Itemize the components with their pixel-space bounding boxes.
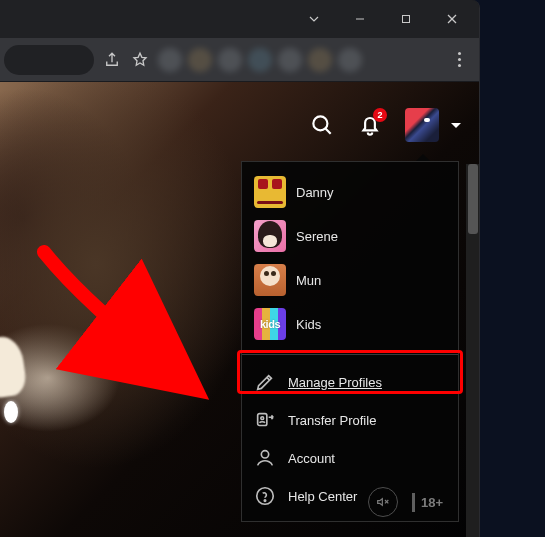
profile-label: Mun [296,273,321,288]
profile-dropdown: Danny Serene Mun kids Kids Manage Profil… [241,161,459,522]
menu-label: Account [288,451,335,466]
notifications-icon[interactable]: 2 [357,112,383,138]
page-content: 2 Danny Serene Mun kids Kids [0,82,479,537]
profile-label: Serene [296,229,338,244]
svg-point-4 [313,116,327,130]
browser-toolbar [0,38,479,82]
dropdown-pointer-icon [416,154,430,161]
profile-item-danny[interactable]: Danny [242,170,458,214]
menu-label: Manage Profiles [288,375,382,390]
minimize-button[interactable] [337,3,383,35]
maximize-button[interactable] [383,3,429,35]
svg-line-5 [325,128,330,133]
close-button[interactable] [429,3,475,35]
profile-label: Kids [296,317,321,332]
avatar-icon [254,264,286,296]
mute-icon[interactable] [368,487,398,517]
svg-rect-1 [403,16,410,23]
account-menu-item[interactable]: Account [242,439,458,477]
avatar-icon [254,176,286,208]
scrollbar[interactable] [466,164,480,537]
profile-item-kids[interactable]: kids Kids [242,302,458,346]
profile-item-mun[interactable]: Mun [242,258,458,302]
transfer-profile-menu-item[interactable]: Transfer Profile [242,401,458,439]
manage-profiles-menu-item[interactable]: Manage Profiles [242,363,458,401]
profile-caret-icon[interactable] [451,123,461,128]
transfer-icon [254,409,276,431]
svg-point-8 [261,451,268,458]
help-icon [254,485,276,507]
age-rating-badge: 18+ [412,493,451,512]
share-icon[interactable] [102,50,122,70]
search-icon[interactable] [309,112,335,138]
notification-badge: 2 [373,108,387,122]
menu-label: Transfer Profile [288,413,376,428]
pencil-icon [254,371,276,393]
browser-menu-button[interactable] [449,50,469,70]
profile-avatar-button[interactable] [405,108,439,142]
window-titlebar [0,0,479,38]
browser-window: 2 Danny Serene Mun kids Kids [0,0,480,537]
menu-label: Help Center [288,489,357,504]
svg-point-10 [264,500,265,501]
extensions-strip [158,48,441,72]
avatar-icon: kids [254,308,286,340]
account-icon [254,447,276,469]
bookmark-star-icon[interactable] [130,50,150,70]
profile-item-serene[interactable]: Serene [242,214,458,258]
menu-divider [242,354,458,355]
site-topbar-right: 2 [309,108,461,142]
profile-label: Danny [296,185,334,200]
playback-controls: 18+ [368,487,451,517]
address-bar[interactable] [4,45,94,75]
avatar-icon [254,220,286,252]
svg-point-7 [261,417,264,420]
caret-down-icon[interactable] [291,3,337,35]
